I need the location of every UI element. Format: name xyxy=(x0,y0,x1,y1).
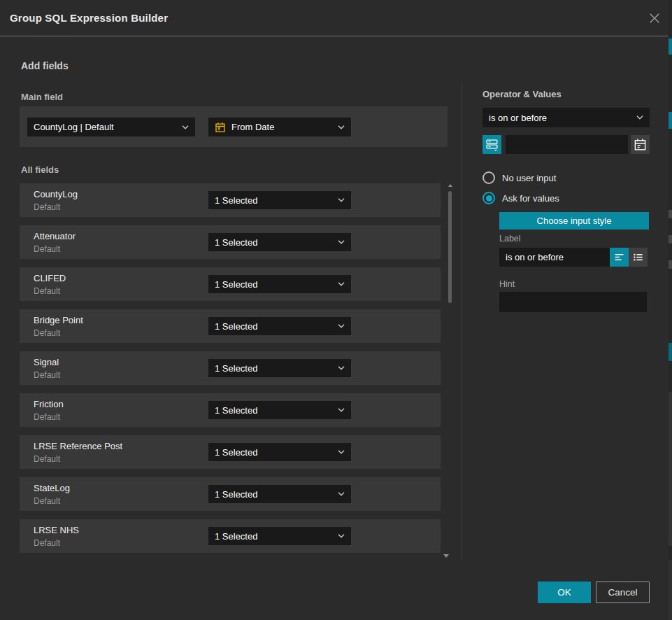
field-subtitle: Default xyxy=(34,244,60,254)
chevron-down-icon xyxy=(338,125,345,129)
field-selected-dropdown[interactable]: 1 Selected xyxy=(208,443,351,461)
radio-no-user-input-label: No user input xyxy=(502,173,556,183)
field-selected-dropdown-label: 1 Selected xyxy=(215,321,338,332)
field-selected-dropdown[interactable]: 1 Selected xyxy=(208,527,351,545)
field-subtitle: Default xyxy=(34,538,60,548)
align-left-icon xyxy=(613,251,625,263)
chevron-down-icon xyxy=(338,450,345,454)
field-name: LRSE NHS xyxy=(34,525,79,535)
main-field-row: CountyLog | Default From Date xyxy=(20,106,448,147)
background-fragment xyxy=(669,235,672,244)
hint-input[interactable] xyxy=(499,292,647,312)
field-selected-dropdown[interactable]: 1 Selected xyxy=(208,233,351,251)
field-subtitle: Default xyxy=(34,370,60,380)
field-selected-dropdown[interactable]: 1 Selected xyxy=(208,275,351,293)
radio-unselected-icon xyxy=(482,171,495,184)
background-fragment xyxy=(669,210,672,218)
field-selected-dropdown-label: 1 Selected xyxy=(215,363,338,374)
stacked-values-icon xyxy=(485,138,499,151)
list-style-button[interactable] xyxy=(629,248,648,267)
radio-selected-icon xyxy=(482,192,495,204)
panel-divider xyxy=(462,83,462,560)
field-name: CountyLog xyxy=(34,189,78,199)
main-field-source-dropdown[interactable]: CountyLog | Default xyxy=(27,118,195,136)
date-picker-button[interactable] xyxy=(631,135,650,154)
calendar-icon xyxy=(634,138,647,151)
all-fields-heading: All fields xyxy=(21,164,59,175)
dialog-title: Group SQL Expression Builder xyxy=(10,0,168,36)
field-subtitle: Default xyxy=(34,202,60,212)
field-selected-dropdown-label: 1 Selected xyxy=(215,531,338,542)
close-button[interactable] xyxy=(645,9,664,27)
field-row: Bridge Point Default 1 Selected xyxy=(20,309,441,343)
unique-values-button[interactable] xyxy=(482,135,501,154)
field-subtitle: Default xyxy=(34,496,60,506)
label-field-label: Label xyxy=(499,234,521,244)
bulleted-list-icon xyxy=(632,251,644,263)
operator-dropdown[interactable]: is on or before xyxy=(482,108,650,127)
radio-ask-for-values[interactable]: Ask for values xyxy=(482,192,559,204)
field-selected-dropdown[interactable]: 1 Selected xyxy=(208,317,351,335)
field-selected-dropdown-label: 1 Selected xyxy=(215,405,338,416)
field-row: Signal Default 1 Selected xyxy=(20,351,441,385)
field-name: Friction xyxy=(34,399,64,409)
field-name: LRSE Reference Post xyxy=(34,441,122,451)
close-icon xyxy=(649,13,660,24)
background-fragment xyxy=(669,343,672,361)
chevron-down-icon xyxy=(338,366,345,370)
radio-ask-for-values-label: Ask for values xyxy=(502,193,559,204)
scroll-up-icon[interactable] xyxy=(448,184,452,187)
ok-button[interactable]: OK xyxy=(538,582,591,603)
dialog-titlebar: Group SQL Expression Builder xyxy=(0,0,672,36)
chevron-down-icon xyxy=(338,534,345,538)
chevron-down-icon xyxy=(636,115,643,120)
label-input[interactable] xyxy=(499,248,610,267)
radio-no-user-input[interactable]: No user input xyxy=(482,171,556,184)
field-row: StateLog Default 1 Selected xyxy=(20,477,441,511)
calendar-icon xyxy=(215,122,226,133)
choose-input-style-button[interactable]: Choose input style xyxy=(499,212,649,230)
scroll-down-icon[interactable] xyxy=(443,554,449,558)
field-selected-dropdown[interactable]: 1 Selected xyxy=(208,359,351,377)
background-fragment xyxy=(669,112,672,129)
group-sql-expression-builder-dialog: Group SQL Expression Builder Add fields … xyxy=(0,0,672,620)
hint-field-label: Hint xyxy=(499,279,515,289)
chevron-down-icon xyxy=(338,198,345,202)
field-row: CountyLog Default 1 Selected xyxy=(20,183,441,217)
operator-dropdown-value: is on or before xyxy=(489,113,636,123)
field-name: Bridge Point xyxy=(34,315,83,325)
main-field-field-dropdown[interactable]: From Date xyxy=(208,118,351,136)
field-selected-dropdown-label: 1 Selected xyxy=(215,237,338,248)
all-fields-list: CountyLog Default 1 Selected Attenuator … xyxy=(20,183,441,561)
field-selected-dropdown[interactable]: 1 Selected xyxy=(208,191,351,209)
field-selected-dropdown[interactable]: 1 Selected xyxy=(208,485,351,503)
chevron-down-icon xyxy=(338,408,345,412)
cancel-button[interactable]: Cancel xyxy=(596,582,650,603)
field-name: CLIFED xyxy=(34,273,66,283)
chevron-down-icon xyxy=(182,125,189,129)
field-selected-dropdown-label: 1 Selected xyxy=(215,489,338,500)
field-selected-dropdown[interactable]: 1 Selected xyxy=(208,401,351,419)
fields-list-scrollbar[interactable] xyxy=(448,183,452,554)
scrollbar-thumb[interactable] xyxy=(448,191,452,303)
field-row: Attenuator Default 1 Selected xyxy=(20,225,441,259)
background-fragment xyxy=(669,38,672,55)
chevron-down-icon xyxy=(338,240,345,244)
field-name: Signal xyxy=(34,357,59,367)
field-row: LRSE NHS Default 1 Selected xyxy=(20,519,441,553)
field-selected-dropdown-label: 1 Selected xyxy=(215,195,338,206)
field-row: Friction Default 1 Selected xyxy=(20,393,441,427)
single-line-style-button[interactable] xyxy=(610,248,629,267)
chevron-down-icon xyxy=(338,324,345,328)
background-fragment xyxy=(669,392,672,546)
value-input[interactable] xyxy=(506,135,628,154)
main-field-source-value: CountyLog | Default xyxy=(34,122,182,132)
field-name: Attenuator xyxy=(34,231,76,241)
chevron-down-icon xyxy=(338,282,345,286)
field-subtitle: Default xyxy=(34,454,60,464)
field-selected-dropdown-label: 1 Selected xyxy=(215,279,338,290)
field-subtitle: Default xyxy=(34,286,60,296)
chevron-down-icon xyxy=(338,492,345,496)
add-fields-heading: Add fields xyxy=(21,60,69,71)
field-row: CLIFED Default 1 Selected xyxy=(20,267,441,301)
